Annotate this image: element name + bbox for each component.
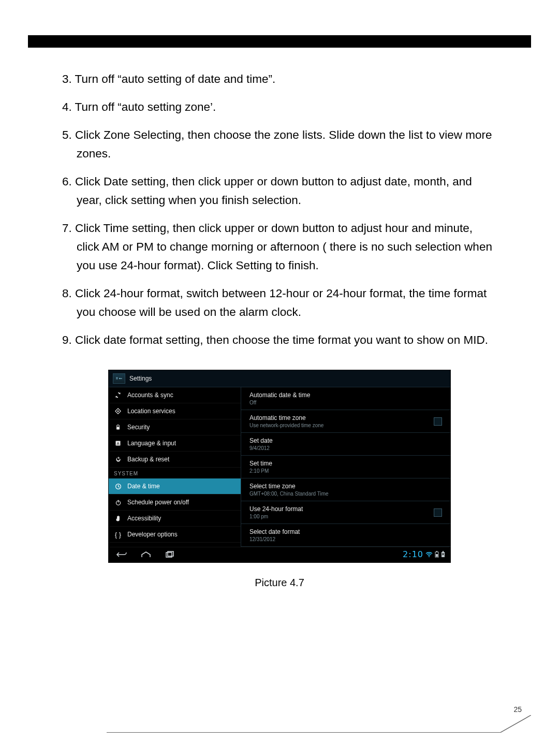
hand-icon — [114, 514, 122, 522]
wifi-icon — [425, 551, 433, 558]
sidebar-item-label: Schedule power on/off — [127, 499, 189, 506]
braces-icon: { } — [114, 530, 122, 539]
svg-rect-15 — [436, 551, 437, 552]
screenshot-body: Accounts & sync Location services Securi… — [109, 387, 450, 547]
svg-point-13 — [429, 556, 430, 557]
sidebar-section-system: SYSTEM — [109, 468, 241, 478]
checkbox-icon[interactable] — [434, 508, 442, 517]
top-black-band — [28, 35, 531, 48]
instruction-9: 9. Click date format setting, then choos… — [62, 331, 497, 350]
svg-rect-5 — [116, 427, 120, 429]
sidebar-item-developer[interactable]: { } Developer options — [109, 527, 241, 543]
navbar-time: 2:10 — [403, 549, 423, 559]
sidebar-item-label: Security — [127, 424, 150, 431]
row-set-date[interactable]: Set date 9/4/2012 — [241, 433, 450, 456]
svg-text:A: A — [116, 441, 119, 446]
instruction-7: 7. Click Time setting, then click upper … — [62, 219, 497, 275]
battery-icon — [435, 551, 439, 558]
home-icon[interactable] — [141, 551, 151, 558]
sidebar-item-label: Location services — [127, 408, 175, 415]
sidebar-item-label: Date & time — [127, 483, 160, 490]
recent-apps-icon[interactable] — [165, 551, 175, 558]
screenshot-header: Settings — [109, 370, 450, 387]
row-select-time-zone[interactable]: Select time zone GMT+08:00, China Standa… — [241, 478, 450, 501]
svg-point-2 — [119, 378, 120, 379]
sidebar-item-label: Accounts & sync — [127, 391, 173, 399]
sidebar-item-label: Developer options — [127, 531, 178, 538]
sidebar-item-label: Backup & reset — [127, 456, 169, 463]
svg-rect-0 — [116, 377, 118, 378]
sidebar-item-backup[interactable]: Backup & reset — [109, 452, 241, 468]
navbar-buttons — [116, 551, 175, 558]
figure-caption: Picture 4.7 — [62, 577, 497, 589]
lock-icon — [114, 423, 122, 431]
sidebar-item-label: Language & input — [127, 440, 176, 447]
android-navbar: 2:10 — [109, 547, 450, 562]
svg-rect-1 — [116, 379, 118, 379]
charging-icon — [441, 551, 445, 558]
backup-icon — [114, 455, 122, 463]
instruction-5: 5. Click Zone Selecting, then choose the… — [62, 126, 497, 163]
row-auto-date-time[interactable]: Automatic date & time Off — [241, 387, 450, 410]
sidebar-item-accounts-sync[interactable]: Accounts & sync — [109, 387, 241, 403]
navbar-status: 2:10 — [403, 549, 445, 559]
sidebar-item-security[interactable]: Security — [109, 419, 241, 435]
location-icon — [114, 407, 122, 415]
content-area: 3. Turn off “auto setting of date and ti… — [62, 70, 497, 589]
row-select-date-format[interactable]: Select date format 12/31/2012 — [241, 524, 450, 547]
power-icon — [114, 498, 122, 506]
clock-icon — [114, 482, 122, 490]
instruction-6: 6. Click Date setting, then click upper … — [62, 172, 497, 210]
sidebar-item-date-time[interactable]: Date & time — [109, 478, 241, 495]
settings-sidebar: Accounts & sync Location services Securi… — [109, 387, 241, 547]
svg-point-4 — [117, 411, 119, 412]
footer-decoration — [500, 715, 531, 735]
back-icon[interactable] — [116, 551, 127, 558]
instruction-4: 4. Turn off “auto setting zone’. — [62, 98, 497, 117]
android-settings-screenshot: Settings Accounts & sync Location se — [109, 370, 450, 562]
sync-icon — [114, 391, 122, 399]
sidebar-item-language[interactable]: A Language & input — [109, 435, 241, 452]
row-24-hour-format[interactable]: Use 24-hour format 1:00 pm — [241, 501, 450, 524]
svg-rect-3 — [120, 378, 122, 379]
svg-rect-16 — [436, 554, 438, 557]
settings-detail-pane: Automatic date & time Off Automatic time… — [241, 387, 450, 547]
sidebar-item-label: Accessibility — [127, 515, 161, 522]
instruction-8: 8. Click 24-hour format, switch between … — [62, 284, 497, 322]
checkbox-icon[interactable] — [434, 417, 442, 426]
row-auto-time-zone[interactable]: Automatic time zone Use network-provided… — [241, 410, 450, 433]
language-icon: A — [114, 439, 122, 447]
sidebar-item-schedule-power[interactable]: Schedule power on/off — [109, 495, 241, 511]
svg-rect-18 — [443, 551, 444, 552]
row-set-time[interactable]: Set time 2:10 PM — [241, 456, 450, 478]
document-page: 3. Turn off “auto setting of date and ti… — [0, 0, 559, 756]
sidebar-item-location[interactable]: Location services — [109, 403, 241, 419]
svg-rect-10 — [117, 500, 118, 502]
screenshot-title: Settings — [129, 375, 152, 382]
instruction-3: 3. Turn off “auto setting of date and ti… — [62, 70, 497, 89]
page-number: 25 — [513, 705, 522, 714]
sidebar-item-accessibility[interactable]: Accessibility — [109, 511, 241, 527]
settings-app-icon — [113, 373, 125, 384]
